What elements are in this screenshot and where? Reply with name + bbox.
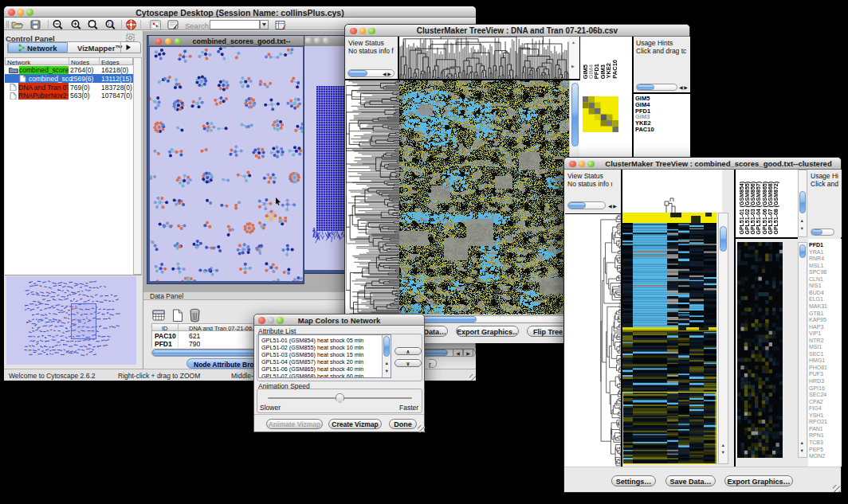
svg-text:1:1: 1:1 [108,22,113,26]
